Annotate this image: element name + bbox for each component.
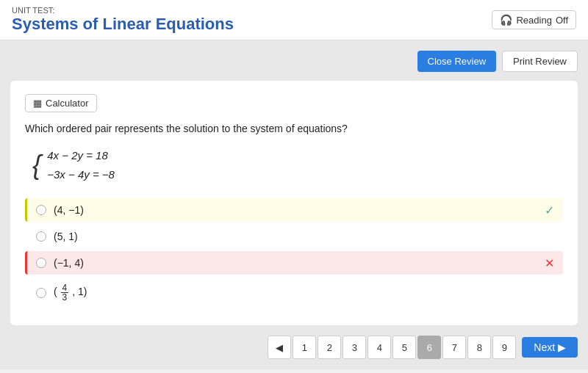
print-review-button[interactable]: Print Review <box>502 51 578 72</box>
fraction-display: 4 3 <box>61 283 69 302</box>
equation-2: −3x − 4y = −8 <box>47 165 115 184</box>
page-button-3[interactable]: 3 <box>343 336 366 359</box>
answer-option-d[interactable]: ( 4 3 , 1) <box>25 278 563 308</box>
close-review-button[interactable]: Close Review <box>417 51 496 72</box>
answer-text-a: (4, −1) <box>54 204 84 216</box>
answer-option-b[interactable]: (5, 1) <box>25 225 563 248</box>
answers-list: (4, −1) ✓ (5, 1) (−1, 4) ✕ ( 4 3 <box>25 198 563 312</box>
radio-c <box>36 258 46 268</box>
calculator-label: Calculator <box>46 98 89 109</box>
question-text: Which ordered pair represents the soluti… <box>25 123 563 134</box>
brace-symbol: { <box>32 150 41 180</box>
page-button-7[interactable]: 7 <box>442 336 466 359</box>
pagination: ◀ 1 2 3 4 5 6 7 8 9 Next ▶ <box>10 336 578 359</box>
answer-option-c[interactable]: (−1, 4) ✕ <box>25 251 563 275</box>
next-button[interactable]: Next ▶ <box>522 337 578 358</box>
page-header: UNIT TEST: Systems of Linear Equations 🎧… <box>0 0 588 40</box>
top-bar: Close Review Print Review <box>10 51 578 72</box>
incorrect-x-icon: ✕ <box>545 256 554 270</box>
equation-1: 4x − 2y = 18 <box>47 146 115 165</box>
page-button-9[interactable]: 9 <box>492 336 516 359</box>
answer-text-c: (−1, 4) <box>54 257 84 269</box>
equation-block: { 4x − 2y = 18 −3x − 4y = −8 <box>32 146 563 184</box>
equation-lines: 4x − 2y = 18 −3x − 4y = −8 <box>47 146 115 184</box>
answer-text-d: ( 4 3 , 1) <box>54 283 87 302</box>
main-content: Close Review Print Review ▦ Calculator W… <box>0 40 588 369</box>
calculator-icon: ▦ <box>33 98 42 109</box>
calculator-button[interactable]: ▦ Calculator <box>25 94 97 112</box>
next-label: Next ▶ <box>534 341 566 353</box>
reading-label: Reading <box>516 15 551 26</box>
page-button-1[interactable]: 1 <box>293 336 316 359</box>
reading-toggle-button[interactable]: 🎧 Reading Off <box>492 10 576 29</box>
radio-a <box>36 205 46 215</box>
page-button-4[interactable]: 4 <box>368 336 391 359</box>
page-button-5[interactable]: 5 <box>392 336 416 359</box>
reading-state: Off <box>556 15 568 26</box>
radio-b <box>36 231 46 242</box>
answer-option-a[interactable]: (4, −1) ✓ <box>25 198 563 222</box>
prev-page-button[interactable]: ◀ <box>268 336 291 359</box>
answer-text-b: (5, 1) <box>54 231 78 242</box>
unit-test-label: UNIT TEST: <box>12 6 234 15</box>
header-left: UNIT TEST: Systems of Linear Equations <box>12 6 234 34</box>
correct-check-icon: ✓ <box>545 203 554 217</box>
radio-d <box>36 288 46 298</box>
question-card: ▦ Calculator Which ordered pair represen… <box>10 81 578 325</box>
page-button-2[interactable]: 2 <box>318 336 341 359</box>
page-button-6[interactable]: 6 <box>417 336 441 359</box>
page-title: Systems of Linear Equations <box>12 15 234 33</box>
page-button-8[interactable]: 8 <box>467 336 491 359</box>
headphone-icon: 🎧 <box>500 14 512 26</box>
